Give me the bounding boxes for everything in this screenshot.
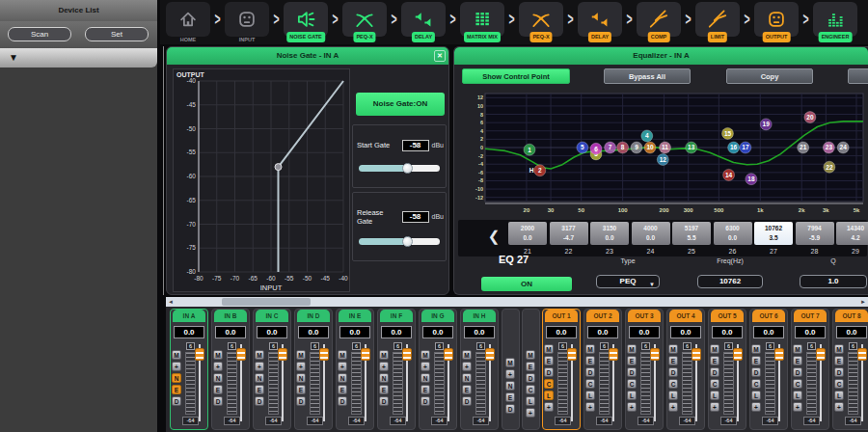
scrollbar-thumb[interactable] [222,298,311,306]
strip-button-n[interactable]: N [172,373,181,383]
strip-button-m[interactable]: M [627,344,637,354]
strip-button-e[interactable]: E [751,356,761,365]
toolbar-item-home[interactable]: HOME [166,2,210,44]
strip-button-c[interactable]: C [751,379,761,389]
channel-gain-value[interactable]: 0.0 [670,326,701,338]
scan-button[interactable]: Scan [8,27,71,41]
paste-button[interactable]: Paste [848,68,868,84]
eq-band-cell-22[interactable]: 3177-4.7 [550,222,588,245]
channel-tab[interactable]: OUT 8 [835,310,868,322]
strip-button-e[interactable]: E [834,356,844,365]
strip-button-d[interactable]: D [213,396,223,406]
strip-button-e[interactable]: E [462,385,472,394]
strip-button-m[interactable]: M [710,344,719,354]
strip-button-c[interactable]: C [627,379,637,389]
channel-gain-value[interactable]: 0.0 [339,326,370,338]
copy-button[interactable]: Copy [726,68,813,84]
strip-button-m[interactable]: M [462,350,472,360]
fader-handle[interactable] [195,348,204,361]
strip-button-e[interactable]: E [255,385,264,394]
slider-thumb[interactable] [402,163,413,174]
strip-button-m[interactable]: M [751,344,761,354]
channel-tab[interactable]: OUT 7 [794,310,827,322]
toolbar-item-engineer[interactable]: ENGINEER [813,2,857,44]
strip-button-n[interactable]: N [255,373,264,383]
fader-handle[interactable] [816,348,826,361]
strip-button-plus[interactable]: + [627,402,637,412]
strip-button-m[interactable]: M [420,350,430,360]
eq-band-cell-24[interactable]: 40000.0 [632,222,670,245]
channel-tab[interactable]: IN C [256,310,288,322]
strip-button-plus[interactable]: + [379,362,389,371]
strip-button-e[interactable]: E [296,385,306,394]
strip-button-e[interactable]: E [338,385,347,394]
strip-button-m[interactable]: M [296,350,306,360]
eq-band-cell-27[interactable]: 107623.5 [754,222,793,245]
fader-handle[interactable] [319,348,329,361]
eq-band-cell-28[interactable]: 7994-5.9 [796,222,834,245]
channel-gain-value[interactable]: 0.0 [257,326,287,338]
strip-button-l[interactable]: L [627,391,637,400]
channel-gain-value[interactable]: 0.0 [753,326,784,338]
strip-button-d[interactable]: D [834,367,844,377]
channel-tab[interactable]: OUT 2 [586,310,619,322]
toolbar-item-limit[interactable]: LIMIT [695,2,740,44]
strip-button-l[interactable]: L [526,396,535,406]
strip-button-d[interactable]: D [462,396,472,406]
strip-button-n[interactable]: N [296,373,306,383]
strip-button-n[interactable]: N [505,381,515,391]
strip-button-n[interactable]: N [379,373,389,383]
channel-tab[interactable]: OUT 1 [545,310,578,322]
strip-button-e[interactable]: E [213,385,223,394]
strip-button-n[interactable]: N [462,373,472,383]
strip-button-d[interactable]: D [710,367,719,377]
fader-handle[interactable] [402,348,412,361]
strip-button-m[interactable]: M [172,350,181,360]
release-gate-value[interactable]: -58 [402,211,429,223]
release-gate-slider[interactable] [359,237,440,246]
strip-button-plus[interactable]: + [834,402,844,412]
strip-button-d[interactable]: D [420,396,430,406]
strip-button-plus[interactable]: + [420,362,430,371]
toolbar-item-matrix-mix[interactable]: MATRIX MIX [460,2,504,44]
strip-button-plus[interactable]: + [338,362,347,371]
toolbar-item-peq-x[interactable]: PEQ-X [519,2,563,44]
eq-band-cell-21[interactable]: 20000.0 [508,222,547,245]
toolbar-item-delay[interactable]: DELAY [578,2,622,44]
device-list-expander[interactable]: ▼ [0,48,157,68]
strip-button-d[interactable]: D [255,396,264,406]
show-control-point-button[interactable]: Show Control Point [462,68,570,84]
strip-button-e[interactable]: E [505,392,515,402]
toolbar-item-delay[interactable]: DELAY [401,2,446,44]
strip-button-d[interactable]: D [627,367,637,377]
strip-button-m[interactable]: M [213,350,223,360]
strip-button-m[interactable]: M [505,358,515,367]
fader-handle[interactable] [774,348,784,361]
strip-button-m[interactable]: M [585,344,595,354]
strip-button-e[interactable]: E [793,356,802,365]
toolbar-item-output[interactable]: OUTPUT [754,2,799,44]
noise-gate-transfer-chart[interactable]: -40-45-50-55-60-65-70-75-80-80-75-70-65-… [174,69,349,291]
channel-gain-value[interactable]: 0.0 [836,326,867,338]
channel-tab[interactable]: OUT 4 [669,310,702,322]
channel-gain-value[interactable]: 0.0 [795,326,826,338]
scroll-left-icon[interactable]: ◄ [166,297,176,307]
strip-button-l[interactable]: L [585,391,595,400]
strip-button-e[interactable]: E [668,356,678,365]
noise-gate-on-button[interactable]: Noise Gate:ON [356,93,445,116]
slider-thumb[interactable] [402,236,413,247]
noise-gate-title-bar[interactable]: Noise Gate - IN A ✕ [167,47,448,65]
start-gate-slider[interactable] [359,164,440,173]
channel-gain-value[interactable]: 0.0 [174,326,204,338]
strip-button-l[interactable]: L [710,391,719,400]
strip-button-e[interactable]: E [172,385,181,394]
strip-button-d[interactable]: D [751,367,761,377]
strip-button-m[interactable]: M [668,344,678,354]
channel-gain-value[interactable]: 0.0 [546,326,577,338]
strip-button-plus[interactable]: + [462,362,472,371]
equalizer-title-bar[interactable]: Equalizer - IN A [454,47,868,65]
strip-button-plus[interactable]: + [505,369,515,379]
noise-gate-graph[interactable]: -40-45-50-55-60-65-70-75-80-80-75-70-65-… [173,68,350,292]
strip-button-e[interactable]: E [526,362,535,371]
strip-button-d[interactable]: D [172,396,181,406]
